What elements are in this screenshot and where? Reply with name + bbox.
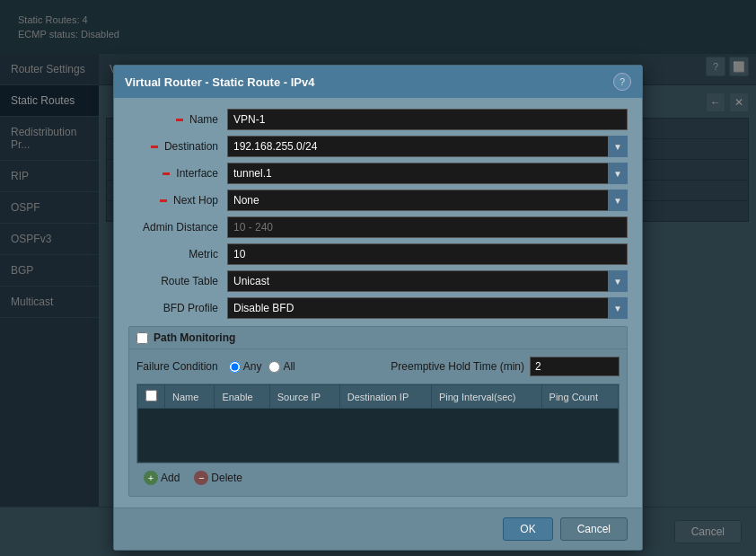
nexthop-label: Next Hop xyxy=(128,194,227,207)
pm-empty-row xyxy=(138,409,619,463)
path-monitoring-label: Path Monitoring xyxy=(154,331,235,344)
metric-label: Metric xyxy=(128,248,227,260)
name-input[interactable] xyxy=(227,109,628,130)
nexthop-field-row: Next Hop None ▼ xyxy=(128,190,628,211)
nexthop-select[interactable]: None xyxy=(227,190,628,211)
pm-actions: + Add − Delete xyxy=(136,463,620,489)
pm-col-ping-interval: Ping Interval(sec) xyxy=(431,385,541,409)
route-table-field-row: Route Table Unicast Multicast Both ▼ xyxy=(128,270,628,292)
route-table-select[interactable]: Unicast Multicast Both xyxy=(227,270,628,292)
pm-col-checkbox xyxy=(138,385,165,409)
radio-any[interactable]: Any xyxy=(229,360,262,373)
metric-field-row: Metric xyxy=(128,243,628,265)
admin-distance-field-row: Admin Distance xyxy=(128,216,628,238)
route-table-select-wrap: Unicast Multicast Both ▼ xyxy=(227,270,628,292)
add-icon: + xyxy=(144,471,158,485)
modal-dialog: Virtual Router - Static Route - IPv4 ? N… xyxy=(113,65,643,551)
pm-col-dest-ip: Destination IP xyxy=(339,385,431,409)
pm-hold-time-group: Preemptive Hold Time (min) xyxy=(391,357,620,376)
pm-delete-label: Delete xyxy=(211,472,242,484)
failure-condition-radio-group: Any All xyxy=(229,360,295,373)
interface-select[interactable]: tunnel.1 xyxy=(227,163,628,184)
pm-options-row: Failure Condition Any All xyxy=(136,357,620,376)
destination-select[interactable]: 192.168.255.0/24 xyxy=(227,136,628,157)
bfd-profile-field-row: BFD Profile Disable BFD None Default ▼ xyxy=(128,297,628,319)
route-table-label: Route Table xyxy=(128,275,227,287)
radio-all-input[interactable] xyxy=(268,361,280,373)
modal-overlay: Virtual Router - Static Route - IPv4 ? N… xyxy=(0,0,756,556)
destination-select-wrap: 192.168.255.0/24 ▼ xyxy=(227,136,628,157)
pm-hold-time-input[interactable] xyxy=(530,357,620,376)
path-monitoring-body: Failure Condition Any All xyxy=(129,349,627,496)
modal-header: Virtual Router - Static Route - IPv4 ? xyxy=(114,66,642,98)
pm-add-label: Add xyxy=(161,472,180,484)
ok-button[interactable]: OK xyxy=(503,517,552,541)
bfd-profile-select[interactable]: Disable BFD None Default xyxy=(227,297,628,319)
bfd-profile-select-wrap: Disable BFD None Default ▼ xyxy=(227,297,628,319)
pm-hold-time-label: Preemptive Hold Time (min) xyxy=(391,360,524,373)
pm-col-ping-count: Ping Count xyxy=(541,385,618,409)
pm-table-wrap: Name Enable Source IP Destination IP Pin… xyxy=(136,384,620,463)
pm-table: Name Enable Source IP Destination IP Pin… xyxy=(137,384,619,463)
modal-help-icon[interactable]: ? xyxy=(613,73,631,91)
pm-add-button[interactable]: + Add xyxy=(140,469,183,487)
admin-distance-label: Admin Distance xyxy=(128,221,227,234)
radio-any-label: Any xyxy=(243,360,262,373)
radio-all-label: All xyxy=(283,360,294,373)
name-field-row: Name xyxy=(128,109,628,130)
path-monitoring-checkbox[interactable] xyxy=(136,332,148,344)
delete-icon: − xyxy=(194,471,208,485)
pm-col-enable: Enable xyxy=(215,385,269,409)
bfd-profile-label: BFD Profile xyxy=(128,302,227,314)
radio-all[interactable]: All xyxy=(268,360,294,373)
admin-distance-input[interactable] xyxy=(227,216,628,238)
name-label: Name xyxy=(128,113,227,126)
cancel-button[interactable]: Cancel xyxy=(560,517,628,541)
destination-field-row: Destination 192.168.255.0/24 ▼ xyxy=(128,136,628,157)
failure-condition-label: Failure Condition xyxy=(136,360,218,373)
pm-table-select-all[interactable] xyxy=(145,390,157,402)
pm-delete-button[interactable]: − Delete xyxy=(190,469,246,487)
pm-col-name: Name xyxy=(165,385,215,409)
modal-footer: OK Cancel xyxy=(114,507,642,550)
interface-field-row: Interface tunnel.1 ▼ xyxy=(128,163,628,184)
nexthop-select-wrap: None ▼ xyxy=(227,190,628,211)
path-monitoring-section: Path Monitoring Failure Condition Any xyxy=(128,326,628,497)
destination-label: Destination xyxy=(128,140,227,153)
pm-empty-cell xyxy=(138,409,619,463)
radio-any-input[interactable] xyxy=(229,361,241,373)
metric-input[interactable] xyxy=(227,243,628,265)
interface-select-wrap: tunnel.1 ▼ xyxy=(227,163,628,184)
pm-col-source-ip: Source IP xyxy=(269,385,339,409)
interface-label: Interface xyxy=(128,167,227,180)
modal-title: Virtual Router - Static Route - IPv4 xyxy=(125,75,314,89)
modal-body: Name Destination 192.168.255.0/24 ▼ xyxy=(114,98,642,507)
path-monitoring-header: Path Monitoring xyxy=(129,327,627,349)
